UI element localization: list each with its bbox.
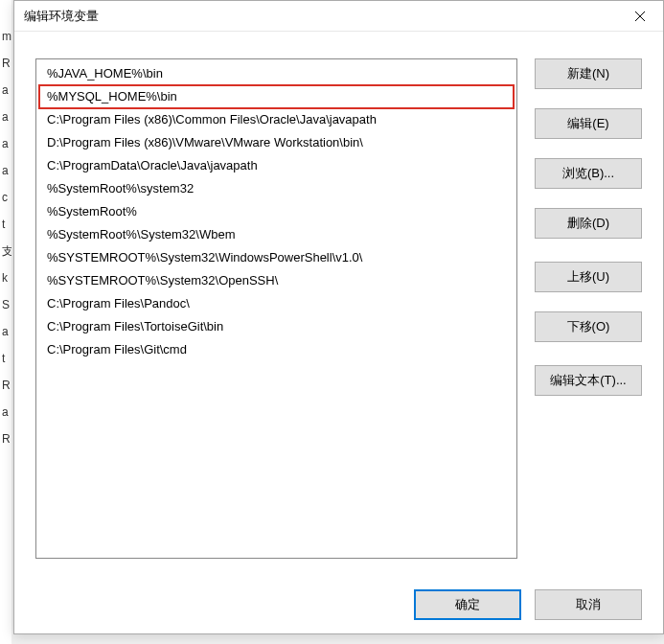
button-column: 新建(N) 编辑(E) 浏览(B)... 删除(D) 上移(U) 下移(O) 编…: [535, 58, 642, 576]
list-item[interactable]: D:\Program Files (x86)\VMware\VMware Wor…: [39, 131, 514, 154]
list-item[interactable]: C:\Program Files\Git\cmd: [39, 338, 514, 361]
list-item[interactable]: C:\Program Files (x86)\Common Files\Orac…: [39, 108, 514, 131]
background-window-fragments: mRaaaact支kSatRaR: [0, 0, 11, 644]
edit-button[interactable]: 编辑(E): [535, 108, 642, 139]
list-item[interactable]: C:\ProgramData\Oracle\Java\javapath: [39, 154, 514, 177]
dialog-footer: 确定 取消: [14, 576, 663, 633]
list-item[interactable]: %SYSTEMROOT%\System32\WindowsPowerShell\…: [39, 246, 514, 269]
content-area: %JAVA_HOME%\bin%MYSQL_HOME%\binC:\Progra…: [14, 32, 663, 576]
list-item[interactable]: %JAVA_HOME%\bin: [39, 62, 514, 85]
list-item[interactable]: %SystemRoot%: [39, 200, 514, 223]
new-button[interactable]: 新建(N): [535, 58, 642, 89]
list-item[interactable]: %SystemRoot%\system32: [39, 177, 514, 200]
browse-button[interactable]: 浏览(B)...: [535, 158, 642, 189]
movedown-button[interactable]: 下移(O): [535, 311, 642, 342]
list-item[interactable]: C:\Program Files\Pandoc\: [39, 292, 514, 315]
list-item[interactable]: %SYSTEMROOT%\System32\OpenSSH\: [39, 269, 514, 292]
list-item[interactable]: %MYSQL_HOME%\bin: [39, 85, 514, 108]
edit-env-var-dialog: 编辑环境变量 %JAVA_HOME%\bin%MYSQL_HOME%\binC:…: [13, 0, 664, 634]
list-item[interactable]: C:\Program Files\TortoiseGit\bin: [39, 315, 514, 338]
cancel-button[interactable]: 取消: [535, 589, 642, 620]
close-icon: [634, 11, 646, 22]
path-listbox[interactable]: %JAVA_HOME%\bin%MYSQL_HOME%\binC:\Progra…: [35, 58, 517, 559]
close-button[interactable]: [621, 3, 659, 30]
delete-button[interactable]: 删除(D): [535, 208, 642, 239]
dialog-title: 编辑环境变量: [24, 8, 621, 25]
titlebar: 编辑环境变量: [14, 1, 663, 32]
ok-button[interactable]: 确定: [414, 589, 521, 620]
edittext-button[interactable]: 编辑文本(T)...: [535, 365, 642, 396]
list-item[interactable]: %SystemRoot%\System32\Wbem: [39, 223, 514, 246]
moveup-button[interactable]: 上移(U): [535, 262, 642, 292]
